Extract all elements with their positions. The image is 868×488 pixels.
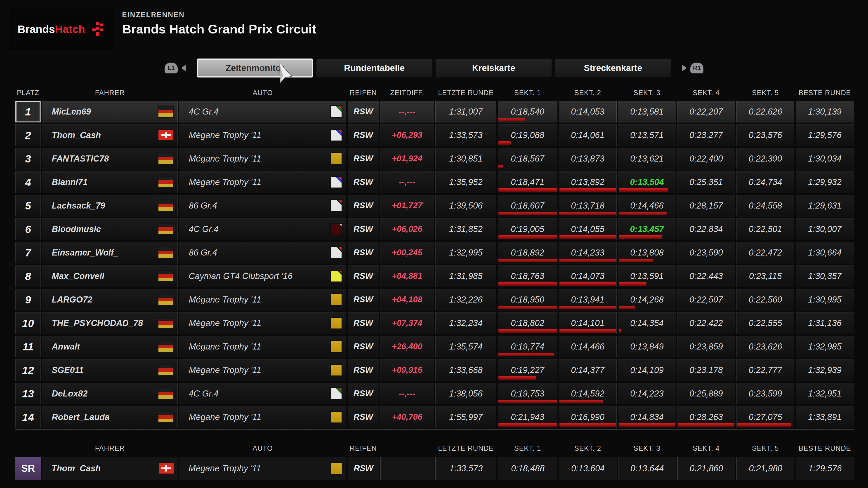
sector4-cell: 0:22,834 xyxy=(677,218,735,240)
sector-progress-bar xyxy=(498,282,557,286)
flag-switzerland-icon xyxy=(158,129,174,141)
sector1-cell: 0:19,005 xyxy=(498,218,557,240)
tyre-cell: RSW xyxy=(348,101,379,123)
table-row[interactable]: 3 FANTASTIC78 Mégane Trophy '11 RSW +01,… xyxy=(16,148,854,169)
sector4-cell: 0:28,157 xyxy=(677,195,735,217)
sector-progress-bar xyxy=(619,306,635,309)
driver-cell: MicLen69 xyxy=(42,101,178,123)
sector2-cell: 0:14,073 xyxy=(559,265,617,287)
sector4-cell: 0:21,860 xyxy=(677,457,735,480)
table-row[interactable]: SR Thom_Cash Mégane Trophy '11 RSW 1:33,… xyxy=(16,457,854,480)
column-header-reifen: REIFEN xyxy=(348,445,379,453)
timing-monitor-screen: BrandsHatch EINZELRENNEN Brands Hatch Gr… xyxy=(0,0,868,488)
column-header-sekt-5: SEKT. 5 xyxy=(737,89,794,97)
table-row[interactable]: 5 Lachsack_79 86 Gr.4 RSW +01,727 1:39,5… xyxy=(16,195,854,217)
table-bottom-divider xyxy=(16,429,854,429)
last-lap-cell: 1:38,056 xyxy=(435,383,496,404)
driver-name: Einsamer_Wolf_ xyxy=(52,248,119,258)
time-diff-cell: +07,374 xyxy=(380,312,434,334)
livery-color-icon xyxy=(330,176,342,188)
table-row[interactable]: 2 Thom_Cash Mégane Trophy '11 RSW +06,29… xyxy=(16,124,854,146)
car-name: 4C Gr.4 xyxy=(189,107,219,117)
tab-zeitenmonitor[interactable]: Zeitenmonitor xyxy=(197,59,313,77)
tyre-cell: RSW xyxy=(348,457,379,480)
last-lap-cell: 1:35,574 xyxy=(435,336,496,357)
flag-germany-icon xyxy=(158,270,174,282)
driver-name: LARGO72 xyxy=(52,295,92,304)
last-lap-cell: 1:32,226 xyxy=(435,289,496,311)
position-cell: 3 xyxy=(16,148,41,169)
position-cell: 2 xyxy=(16,124,41,146)
table-row[interactable]: 6 Bloodmusic 4C Gr.4 RSW +06,026 1:31,85… xyxy=(16,218,854,240)
table-row[interactable]: 1 MicLen69 4C Gr.4 RSW --,--- 1:31,007 0… xyxy=(16,101,854,123)
sector3-cell: 0:13,581 xyxy=(618,101,676,123)
tab-streckenkarte[interactable]: Streckenkarte xyxy=(555,59,671,77)
tab-kreiskarte[interactable]: Kreiskarte xyxy=(435,59,552,77)
sector-progress-bar xyxy=(619,235,662,239)
last-lap-cell: 1:33,668 xyxy=(435,359,496,381)
sector3-cell: 0:14,223 xyxy=(618,383,676,404)
last-lap-cell: 1:30,851 xyxy=(435,148,496,169)
sector5-cell: 0:22,555 xyxy=(737,312,794,334)
sector4-cell: 0:22,443 xyxy=(677,265,735,287)
sector-progress-bar xyxy=(498,118,525,121)
driver-name: THE_PSYCHODAD_78 xyxy=(52,318,143,328)
session-record-row-mount: SR Thom_Cash Mégane Trophy '11 RSW 1:33,… xyxy=(16,457,854,480)
car-cell: Mégane Trophy '11 xyxy=(179,406,346,428)
table-row[interactable]: 11 Anwalt Mégane Trophy '11 RSW +26,400 … xyxy=(16,336,854,357)
table-row[interactable]: 14 Robert_Lauda Mégane Trophy '11 RSW +4… xyxy=(16,406,854,428)
last-lap-cell: 1:31,007 xyxy=(435,101,496,123)
driver-name: Blanni71 xyxy=(52,177,88,187)
car-cell: Mégane Trophy '11 xyxy=(179,171,346,193)
table-row[interactable]: 10 THE_PSYCHODAD_78 Mégane Trophy '11 RS… xyxy=(16,312,854,334)
car-name: Mégane Trophy '11 xyxy=(189,177,261,187)
table-row[interactable]: 4 Blanni71 Mégane Trophy '11 RSW --,--- … xyxy=(16,171,854,193)
best-lap-cell: 1:32,939 xyxy=(796,359,854,381)
last-lap-cell: 1:55,997 xyxy=(435,406,496,428)
car-cell: Mégane Trophy '11 xyxy=(179,312,346,334)
session-record-header: FAHRERAUTOREIFENLETZTE RUNDESEKT. 1SEKT.… xyxy=(16,443,854,454)
time-diff-cell: +01,924 xyxy=(380,148,434,169)
best-lap-cell: 1:30,007 xyxy=(796,218,854,240)
sector1-cell: 0:21,943 xyxy=(498,406,557,428)
driver-cell: DeLox82 xyxy=(42,383,178,404)
time-diff-cell: +00,245 xyxy=(380,242,434,263)
column-header-beste-runde: BESTE RUNDE xyxy=(796,89,854,97)
last-lap-cell: 1:31,852 xyxy=(435,218,496,240)
brandshatch-flag-icon xyxy=(88,22,105,37)
sector4-cell: 0:22,207 xyxy=(677,101,735,123)
sector4-cell: 0:23,859 xyxy=(677,336,735,357)
last-lap-cell: 1:39,506 xyxy=(435,195,496,217)
sector-progress-bar xyxy=(498,353,554,356)
l1-shoulder-button[interactable]: L1 xyxy=(164,63,178,73)
car-name: Mégane Trophy '11 xyxy=(189,130,261,140)
next-tab-arrow-icon xyxy=(682,64,687,72)
sector-progress-bar xyxy=(559,329,616,333)
column-header-sekt-3: SEKT. 3 xyxy=(618,89,676,97)
sector5-cell: 0:23,576 xyxy=(737,124,794,146)
table-row[interactable]: 12 SGE011 Mégane Trophy '11 RSW +09,916 … xyxy=(16,359,854,381)
sector5-cell: 0:27,075 xyxy=(737,406,794,428)
last-lap-cell: 1:31,985 xyxy=(435,265,496,287)
table-row[interactable]: 7 Einsamer_Wolf_ 86 Gr.4 RSW +00,245 1:3… xyxy=(16,242,854,263)
sector-progress-bar xyxy=(559,235,616,239)
livery-color-icon xyxy=(330,199,342,212)
track-logo: BrandsHatch xyxy=(9,8,114,50)
sector1-cell: 0:19,088 xyxy=(498,124,557,146)
table-row[interactable]: 8 Max_Convell Cayman GT4 Clubsport '16 R… xyxy=(16,265,854,287)
sector-progress-bar xyxy=(619,188,669,192)
logo-hatch: Hatch xyxy=(55,23,85,35)
r1-shoulder-button[interactable]: R1 xyxy=(690,63,704,73)
table-row[interactable]: 9 LARGO72 Mégane Trophy '11 RSW +04,108 … xyxy=(16,289,854,311)
logo-brands: Brands xyxy=(18,23,55,35)
tab-rundentabelle[interactable]: Rundentabelle xyxy=(316,59,433,77)
livery-color-icon xyxy=(330,387,342,400)
position-cell: 12 xyxy=(16,359,41,381)
driver-cell: Max_Convell xyxy=(42,265,178,287)
column-header-sekt-2: SEKT. 2 xyxy=(559,445,617,453)
driver-name: MicLen69 xyxy=(52,107,91,117)
column-header-sekt-1: SEKT. 1 xyxy=(498,89,557,97)
table-row[interactable]: 13 DeLox82 4C Gr.4 RSW --,--- 1:38,056 0… xyxy=(16,383,854,404)
flag-switzerland-icon xyxy=(158,462,175,475)
flag-germany-icon xyxy=(158,153,174,165)
